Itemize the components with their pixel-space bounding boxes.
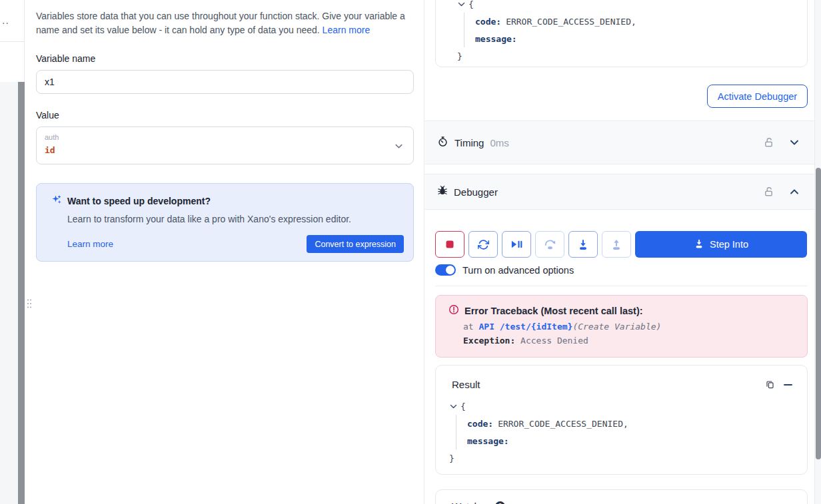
response-code-block: { code:ERROR_CODE_ACCESS_DENIED, message… bbox=[457, 0, 796, 65]
toggle-knob bbox=[446, 266, 454, 274]
exception-value: Access Denied bbox=[515, 336, 588, 346]
code-line: code:ERROR_CODE_ACCESS_DENIED, bbox=[467, 415, 792, 432]
chevron-up-icon[interactable] bbox=[789, 186, 800, 197]
bug-icon bbox=[437, 185, 448, 198]
result-code-block: { code:ERROR_CODE_ACCESS_DENIED, message… bbox=[449, 397, 792, 467]
help-icon[interactable]: ? bbox=[495, 501, 505, 504]
error-traceback-frame: at API /test/{idItem}(Create Variable) bbox=[463, 322, 796, 332]
overflow-dots[interactable]: .. bbox=[2, 15, 9, 27]
error-exception-line: Exception: Access Denied bbox=[463, 336, 796, 346]
open-brace: { bbox=[460, 401, 466, 411]
error-api-link[interactable]: API /test/{idItem} bbox=[478, 322, 572, 332]
unlock-icon[interactable] bbox=[764, 186, 774, 197]
advanced-options-row: Turn on advanced options bbox=[435, 264, 574, 276]
promo-title: Want to speed up development? bbox=[67, 196, 211, 206]
expression-promo-banner: Want to speed up development? Learn to t… bbox=[36, 183, 414, 262]
variable-description: Variables store data that you can use th… bbox=[36, 9, 414, 37]
value-label: Value bbox=[36, 110, 414, 121]
unlock-icon[interactable] bbox=[764, 137, 774, 148]
advanced-options-toggle[interactable] bbox=[435, 264, 456, 276]
step-into-label: Step Into bbox=[710, 239, 748, 250]
result-card: Result { code:ERROR_CODE_ACCESS_DENIED, bbox=[435, 365, 808, 475]
play-pause-button[interactable] bbox=[502, 231, 531, 258]
timing-value: 0ms bbox=[490, 137, 508, 148]
value-path: auth bbox=[45, 132, 387, 142]
sparkles-icon bbox=[51, 194, 62, 208]
left-rail: .. bbox=[0, 0, 25, 504]
step-into-button[interactable]: Step Into bbox=[635, 231, 807, 258]
debugger-controls: Step Into bbox=[435, 231, 807, 258]
learn-more-link[interactable]: Learn more bbox=[323, 25, 371, 35]
copy-icon[interactable] bbox=[765, 379, 775, 389]
promo-learn-more-link[interactable]: Learn more bbox=[67, 239, 113, 249]
code-line: message: bbox=[467, 432, 792, 449]
chevron-down-icon[interactable] bbox=[789, 137, 800, 148]
activate-debugger-button[interactable]: Activate Debugger bbox=[707, 85, 808, 108]
variable-name-label: Variable name bbox=[36, 53, 414, 64]
debug-panel: { code:ERROR_CODE_ACCESS_DENIED, message… bbox=[425, 0, 814, 504]
restart-button[interactable] bbox=[468, 231, 498, 258]
code-value: ERROR_CODE_ACCESS_DENIED, bbox=[498, 419, 628, 429]
timing-section-header[interactable]: Timing 0ms bbox=[425, 121, 814, 164]
error-traceback-title: Error Traceback (Most recent call last): bbox=[464, 306, 643, 316]
close-brace: } bbox=[457, 51, 462, 61]
debugger-section-header[interactable]: Debugger bbox=[425, 174, 814, 210]
variable-name-input[interactable] bbox=[36, 70, 414, 94]
error-context: (Create Variable) bbox=[572, 322, 661, 332]
step-out-button[interactable] bbox=[602, 231, 631, 258]
right-scrollbar-thumb[interactable] bbox=[816, 168, 821, 459]
right-scrollbar[interactable] bbox=[814, 0, 821, 504]
code-line: message: bbox=[475, 30, 796, 47]
stopwatch-icon bbox=[437, 136, 448, 150]
message-key: message: bbox=[467, 436, 509, 446]
promo-subtitle: Learn to transform your data like a pro … bbox=[67, 214, 404, 224]
stop-button[interactable] bbox=[435, 231, 464, 258]
collapse-chevron-icon[interactable] bbox=[457, 0, 466, 9]
watches-title: Watches bbox=[452, 501, 490, 504]
step-over-button[interactable] bbox=[535, 231, 564, 258]
rail-divider bbox=[0, 41, 25, 42]
advanced-options-label: Turn on advanced options bbox=[462, 265, 574, 276]
step-into-icon bbox=[694, 238, 704, 251]
code-line: code:ERROR_CODE_ACCESS_DENIED, bbox=[475, 13, 796, 30]
error-at: at bbox=[463, 322, 478, 332]
error-traceback-box: Error Traceback (Most recent call last):… bbox=[435, 295, 808, 358]
result-title: Result bbox=[452, 379, 480, 390]
panel-resize-handle-left[interactable] bbox=[27, 298, 32, 309]
timing-label: Timing bbox=[454, 137, 484, 148]
close-brace: } bbox=[449, 453, 454, 463]
convert-to-expression-button[interactable]: Convert to expression bbox=[307, 235, 404, 253]
xano-workspace: .. Variables store data that you can use… bbox=[0, 0, 821, 504]
collapse-chevron-icon[interactable] bbox=[449, 402, 458, 411]
exception-label: Exception: bbox=[463, 336, 515, 346]
step-into-small-button[interactable] bbox=[568, 231, 598, 258]
variable-editor-panel: Variables store data that you can use th… bbox=[25, 0, 424, 504]
open-brace: { bbox=[468, 0, 474, 9]
divider bbox=[435, 286, 808, 286]
message-key: message: bbox=[475, 34, 517, 44]
error-alert-icon bbox=[448, 304, 459, 318]
rail-scrollbar-thumb[interactable] bbox=[18, 82, 25, 504]
debugger-label: Debugger bbox=[454, 186, 498, 198]
chevron-down-icon bbox=[394, 141, 404, 154]
value-field: id bbox=[45, 144, 387, 156]
code-key: code: bbox=[467, 419, 493, 429]
collapse-minus-icon[interactable] bbox=[784, 384, 792, 385]
watches-card: Watches ? bbox=[435, 489, 808, 504]
value-select[interactable]: auth id bbox=[36, 126, 414, 164]
code-key: code: bbox=[475, 17, 501, 27]
code-value: ERROR_CODE_ACCESS_DENIED, bbox=[506, 17, 636, 27]
response-code-card: { code:ERROR_CODE_ACCESS_DENIED, message… bbox=[435, 0, 808, 67]
